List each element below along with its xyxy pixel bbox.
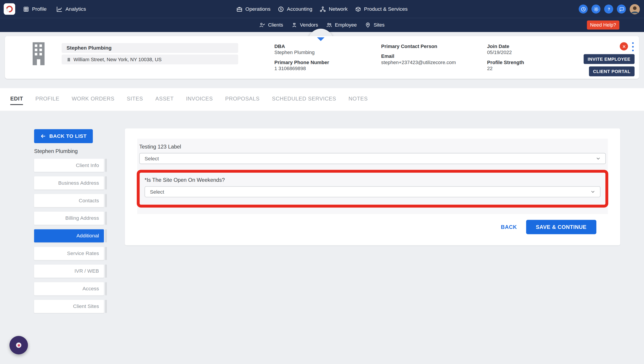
close-header-button[interactable] bbox=[620, 42, 628, 50]
save-continue-button[interactable]: SAVE & CONTINUE bbox=[526, 220, 596, 234]
step-client-sites[interactable]: Client Sites bbox=[34, 300, 104, 313]
app-logo[interactable] bbox=[4, 3, 15, 15]
briefcase-icon bbox=[236, 6, 243, 12]
testing-123-label: Testing 123 Label bbox=[139, 144, 606, 150]
step-access[interactable]: Access bbox=[34, 282, 104, 296]
nav-profile[interactable]: Profile bbox=[23, 6, 47, 12]
subnav-sites[interactable]: Sites bbox=[365, 22, 385, 28]
chat-launcher-button[interactable] bbox=[10, 336, 28, 354]
history-clock-button[interactable] bbox=[579, 4, 588, 14]
need-help-label: Need Help? bbox=[590, 22, 616, 28]
weekend-open-label: *Is The Site Open On Weekends? bbox=[145, 177, 601, 183]
nav-modules-group: Operations $ Accounting Network Product … bbox=[236, 0, 408, 18]
svg-text:$: $ bbox=[280, 8, 282, 11]
step-contacts[interactable]: Contacts bbox=[34, 194, 104, 207]
nav-right-group: ? bbox=[579, 0, 640, 18]
weekend-open-select-value: Select bbox=[150, 189, 164, 195]
header-more-menu[interactable] bbox=[631, 42, 635, 51]
primary-contact-label: Primary Contact Person bbox=[381, 44, 456, 50]
need-help-button[interactable]: Need Help? bbox=[587, 20, 619, 30]
nav-accounting[interactable]: $ Accounting bbox=[278, 6, 312, 12]
app-root: Profile Analytics Operations $ Accountin… bbox=[0, 0, 644, 364]
header-info-column-2: Primary Contact Person Email stephen+237… bbox=[381, 44, 456, 66]
tab-notes[interactable]: NOTES bbox=[349, 96, 368, 104]
company-address-value: William Street, New York, NY 10038, US bbox=[74, 56, 162, 62]
help-button[interactable]: ? bbox=[604, 4, 613, 14]
profile-strength-value: 22 bbox=[487, 66, 524, 72]
sidebar-client-name: Stephen Plumbing bbox=[34, 148, 78, 154]
person-check-icon bbox=[259, 22, 265, 28]
box-cube-icon bbox=[355, 6, 361, 12]
invite-employee-button[interactable]: INVITE EMPLOYEE bbox=[584, 54, 634, 64]
testing-123-select-value: Select bbox=[145, 156, 159, 162]
back-button[interactable]: BACK bbox=[501, 224, 517, 230]
form-actions: BACK SAVE & CONTINUE bbox=[501, 220, 596, 234]
subnav-clients[interactable]: Clients bbox=[259, 22, 283, 28]
step-billing-address[interactable]: Billing Address bbox=[34, 212, 104, 225]
company-name-value: Stephen Plumbing bbox=[67, 45, 112, 51]
highlighted-field-region: *Is The Site Open On Weekends? Select bbox=[137, 170, 608, 208]
tab-sites[interactable]: SITES bbox=[127, 96, 143, 104]
invite-employee-label: INVITE EMPLOYEE bbox=[588, 56, 630, 62]
small-building-icon bbox=[67, 57, 71, 62]
tab-edit[interactable]: EDIT bbox=[10, 96, 23, 105]
coin-dollar-icon: $ bbox=[278, 6, 284, 12]
company-address-field[interactable]: William Street, New York, NY 10038, US bbox=[62, 54, 238, 64]
tab-invoices[interactable]: INVOICES bbox=[186, 96, 213, 104]
nav-left-group: Profile Analytics bbox=[23, 0, 86, 18]
nav-products-services[interactable]: Product & Services bbox=[355, 6, 408, 12]
testing-123-select[interactable]: Select bbox=[139, 153, 606, 164]
nav-network[interactable]: Network bbox=[320, 6, 348, 12]
settings-button[interactable] bbox=[591, 4, 600, 14]
step-service-rates[interactable]: Service Rates bbox=[34, 247, 104, 260]
weekend-open-select[interactable]: Select bbox=[145, 186, 601, 198]
svg-text:?: ? bbox=[607, 7, 610, 11]
tab-work-orders[interactable]: WORK ORDERS bbox=[72, 96, 114, 104]
step-additional[interactable]: Additional bbox=[34, 229, 104, 242]
collapse-chevron-icon[interactable] bbox=[317, 37, 324, 41]
step-ivr-web[interactable]: IVR / WEB bbox=[34, 265, 104, 278]
nav-analytics[interactable]: Analytics bbox=[56, 6, 86, 12]
analytics-chart-icon bbox=[56, 6, 63, 12]
client-portal-button[interactable]: CLIENT PORTAL bbox=[589, 66, 634, 76]
email-label: Email bbox=[381, 53, 456, 60]
phone-label: Primary Phone Number bbox=[274, 60, 329, 66]
detail-tabs: EDIT PROFILE WORK ORDERS SITES ASSET INV… bbox=[0, 88, 644, 111]
logo-mark-icon bbox=[5, 4, 14, 14]
chevron-down-icon bbox=[596, 156, 600, 161]
chat-launcher-icon bbox=[16, 342, 22, 348]
step-client-info[interactable]: Client Info bbox=[34, 159, 104, 172]
subnav-sites-label: Sites bbox=[374, 22, 385, 28]
chat-button[interactable] bbox=[617, 4, 626, 14]
close-icon bbox=[622, 44, 626, 48]
nav-operations[interactable]: Operations bbox=[236, 6, 271, 12]
form-section: Testing 123 Label Select *Is The Site Op… bbox=[137, 139, 608, 214]
tab-asset[interactable]: ASSET bbox=[155, 96, 174, 104]
tab-proposals[interactable]: PROPOSALS bbox=[225, 96, 260, 104]
gear-icon bbox=[593, 6, 599, 12]
network-nodes-icon bbox=[320, 6, 326, 12]
user-avatar[interactable] bbox=[630, 4, 640, 14]
tab-scheduled-services[interactable]: SCHEDULED SERVICES bbox=[272, 96, 336, 104]
dba-label: DBA bbox=[274, 44, 329, 50]
header-info-column-3: Join Date 05/19/2022 Profile Strength 22 bbox=[487, 44, 524, 72]
subnav-vendors-label: Vendors bbox=[300, 22, 318, 28]
company-building-icon bbox=[28, 42, 50, 66]
header-info-column-1: DBA Stephen Plumbing Primary Phone Numbe… bbox=[274, 44, 329, 72]
back-to-list-label: BACK TO LIST bbox=[49, 133, 87, 139]
nav-profile-label: Profile bbox=[32, 6, 47, 12]
subnav-employee-label: Employee bbox=[335, 22, 357, 28]
phone-value: 1 3106869898 bbox=[274, 66, 329, 72]
join-date-label: Join Date bbox=[487, 44, 524, 50]
nav-analytics-label: Analytics bbox=[66, 6, 86, 12]
subnav-employee[interactable]: Employee bbox=[326, 22, 357, 28]
wizard-steps: Client Info Business Address Contacts Bi… bbox=[34, 159, 104, 318]
client-portal-label: CLIENT PORTAL bbox=[593, 69, 630, 74]
join-date-value: 05/19/2022 bbox=[487, 50, 524, 56]
step-business-address[interactable]: Business Address bbox=[34, 176, 104, 190]
subnav-vendors[interactable]: Vendors bbox=[291, 22, 318, 28]
company-name-field[interactable]: Stephen Plumbing bbox=[62, 43, 238, 53]
tab-profile[interactable]: PROFILE bbox=[35, 96, 59, 104]
dba-value: Stephen Plumbing bbox=[274, 50, 329, 56]
back-to-list-button[interactable]: BACK TO LIST bbox=[34, 129, 93, 143]
